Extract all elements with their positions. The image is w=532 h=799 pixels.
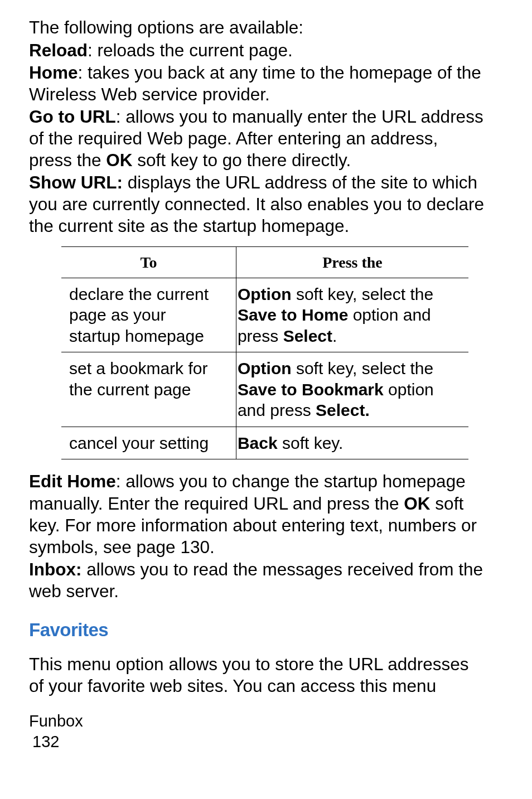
table-cell-to: declare the current page as your startup… xyxy=(61,278,236,352)
press-text: option xyxy=(384,380,434,399)
table-cell-press: Back soft key. xyxy=(236,427,468,459)
inbox-label: Inbox: xyxy=(29,559,82,579)
press-bold: Select xyxy=(283,327,332,345)
to-line: the current page xyxy=(69,380,191,399)
press-text: . xyxy=(332,327,337,345)
table-cell-to: cancel your setting xyxy=(61,427,236,459)
footer-chapter: Funbox xyxy=(29,711,519,732)
edithome-t1: : allows you to change the startup homep… xyxy=(116,471,466,491)
option-reload: Reload: reloads the current page. xyxy=(29,40,519,61)
page-footer: Funbox 132 xyxy=(29,711,519,753)
table-cell-to: set a bookmark for the current page xyxy=(61,352,236,427)
favorites-body-line1: This menu option allows you to store the… xyxy=(29,653,519,675)
edithome-label: Edit Home xyxy=(29,471,116,491)
press-text: and press xyxy=(238,401,316,419)
option-showurl-line2: you are currently connected. It also ena… xyxy=(29,193,519,215)
to-line: startup homepage xyxy=(69,327,204,345)
option-gotourl-line1: Go to URL: allows you to manually enter … xyxy=(29,106,519,128)
table-cell-press: Option soft key, select the Save to Book… xyxy=(236,352,468,427)
press-text: press xyxy=(238,327,283,345)
showurl-desc1: displays the URL address of the site to … xyxy=(123,172,477,192)
to-line: page as your xyxy=(69,306,166,324)
press-text: option and xyxy=(348,306,431,324)
press-text: soft key, select the xyxy=(292,285,434,303)
section-heading-favorites: Favorites xyxy=(29,618,519,641)
option-home-line2: Wireless Web service provider. xyxy=(29,84,519,105)
option-showurl-line3: the current site as the startup homepage… xyxy=(29,215,519,237)
press-bold: Option xyxy=(238,359,292,377)
home-label: Home xyxy=(29,62,78,83)
actions-table: To Press the declare the current page as… xyxy=(61,246,468,460)
to-line: set a bookmark for xyxy=(69,359,207,377)
edithome-t3: soft xyxy=(431,493,464,514)
table-row: declare the current page as your startup… xyxy=(61,278,468,352)
edithome-t2: manually. Enter the required URL and pre… xyxy=(29,493,404,514)
option-edithome-line1: Edit Home: allows you to change the star… xyxy=(29,471,519,492)
option-edithome-line3: key. For more information about entering… xyxy=(29,515,519,536)
table-row: set a bookmark for the current page Opti… xyxy=(61,352,468,427)
inbox-t1: allows you to read the messages received… xyxy=(82,559,483,579)
option-gotourl-line2: of the required Web page. After entering… xyxy=(29,128,519,149)
press-bold: Save to Home xyxy=(238,306,348,324)
press-text: soft key, select the xyxy=(292,359,434,377)
option-edithome-line2: manually. Enter the required URL and pre… xyxy=(29,493,519,515)
reload-label: Reload xyxy=(29,40,88,60)
press-bold: Select. xyxy=(316,401,370,419)
table-cell-press: Option soft key, select the Save to Home… xyxy=(236,278,468,352)
gotourl-ok: OK xyxy=(106,150,132,170)
table-row: cancel your setting Back soft key. xyxy=(61,427,468,459)
press-text: soft key. xyxy=(278,434,344,452)
option-showurl-line1: Show URL: displays the URL address of th… xyxy=(29,172,519,193)
press-bold: Back xyxy=(238,434,278,452)
footer-page-number: 132 xyxy=(32,732,519,753)
gotourl-label: Go to URL xyxy=(29,106,116,127)
to-line: cancel your setting xyxy=(69,434,209,452)
option-edithome-line4: symbols, see page 130. xyxy=(29,536,519,558)
gotourl-pre: press the xyxy=(29,150,106,170)
table-header-to: To xyxy=(61,246,236,278)
table-header-press: Press the xyxy=(236,246,468,278)
option-inbox-line1: Inbox: allows you to read the messages r… xyxy=(29,559,519,580)
option-home-line1: Home: takes you back at any time to the … xyxy=(29,62,519,84)
press-bold: Save to Bookmark xyxy=(238,380,384,399)
home-desc1: : takes you back at any time to the home… xyxy=(78,62,481,83)
option-gotourl-line3: press the OK soft key to go there direct… xyxy=(29,149,519,171)
intro-text: The following options are available: xyxy=(29,17,519,38)
edithome-ok: OK xyxy=(404,493,430,514)
favorites-body-line2: of your favorite web sites. You can acce… xyxy=(29,675,519,697)
reload-desc: : reloads the current page. xyxy=(88,40,293,60)
press-bold: Option xyxy=(238,285,292,303)
gotourl-desc1: : allows you to manually enter the URL a… xyxy=(116,106,483,127)
showurl-label: Show URL: xyxy=(29,172,123,192)
option-inbox-line2: web server. xyxy=(29,580,519,602)
table-header-row: To Press the xyxy=(61,246,468,278)
to-line: declare the current xyxy=(69,285,209,303)
gotourl-post: soft key to go there directly. xyxy=(133,150,351,170)
